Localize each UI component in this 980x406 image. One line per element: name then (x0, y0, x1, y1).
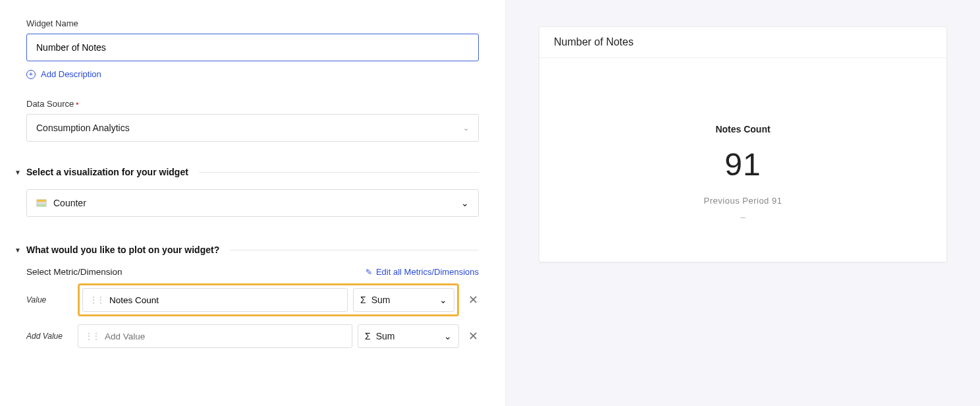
edit-all-metrics-button[interactable]: ✎ Edit all Metrics/Dimensions (366, 267, 479, 277)
data-source-select[interactable]: Consumption Analytics ⌄ (26, 114, 479, 142)
chevron-down-icon: ⌄ (444, 331, 452, 341)
preview-body: Notes Count 91 Previous Period 91 – (539, 58, 946, 262)
visualization-value: Counter (53, 198, 454, 208)
preview-pane: Number of Notes Notes Count 91 Previous … (506, 0, 980, 406)
divider (230, 250, 479, 250)
metric-value-input[interactable] (105, 332, 345, 341)
visualization-section-toggle[interactable]: ▼ Select a visualization for your widget (26, 167, 479, 177)
caret-down-icon: ▼ (14, 169, 22, 176)
counter-icon (36, 199, 47, 207)
caret-down-icon: ▼ (14, 246, 22, 254)
widget-name-input[interactable] (26, 34, 479, 61)
divider (199, 172, 479, 173)
aggregation-select[interactable]: Σ Sum ⌄ (353, 288, 454, 312)
add-description-label: Add Description (41, 69, 101, 79)
trend-indicator: – (553, 212, 933, 222)
widget-name-label: Widget Name (26, 18, 479, 28)
preview-card: Number of Notes Notes Count 91 Previous … (539, 26, 947, 262)
metric-row-label: Add Value (26, 332, 70, 341)
sigma-icon: Σ (365, 331, 371, 341)
metric-row-wrap: ⋮⋮ Σ Sum ⌄ (78, 324, 459, 348)
chevron-down-icon: ⌄ (439, 295, 447, 305)
drag-handle-icon[interactable]: ⋮⋮ (85, 332, 99, 341)
counter-title: Notes Count (553, 124, 933, 134)
metric-row-highlight: ⋮⋮ Σ Sum ⌄ (78, 283, 459, 316)
plot-section-toggle[interactable]: ▼ What would you like to plot on your wi… (26, 245, 479, 255)
aggregation-select[interactable]: Σ Sum ⌄ (358, 324, 459, 348)
preview-title: Number of Notes (539, 27, 946, 58)
metric-row: Value ⋮⋮ Σ Sum ⌄ ✕ (26, 283, 479, 316)
plot-section-title: What would you like to plot on your widg… (26, 245, 219, 255)
aggregation-value: Sum (376, 331, 395, 341)
counter-value: 91 (553, 146, 933, 183)
data-source-label: Data Source• (26, 99, 479, 109)
metric-value-input-wrap[interactable]: ⋮⋮ (82, 288, 348, 312)
visualization-section-title: Select a visualization for your widget (26, 167, 188, 177)
plus-circle-icon: + (26, 70, 36, 79)
metric-row: Add Value ⋮⋮ Σ Sum ⌄ ✕ (26, 324, 479, 348)
metric-value-input-wrap[interactable]: ⋮⋮ (78, 324, 352, 348)
previous-period-label: Previous Period 91 (553, 196, 933, 206)
remove-row-button[interactable]: ✕ (467, 329, 479, 343)
aggregation-value: Sum (371, 295, 391, 305)
data-source-value: Consumption Analytics (36, 123, 130, 133)
add-description-button[interactable]: + Add Description (26, 69, 479, 79)
pencil-icon: ✎ (366, 268, 372, 277)
config-form: Widget Name + Add Description Data Sourc… (0, 0, 506, 406)
select-metric-label: Select Metric/Dimension (26, 267, 122, 277)
required-indicator-icon: • (76, 100, 78, 109)
chevron-down-icon: ⌄ (461, 198, 469, 208)
chevron-down-icon: ⌄ (463, 124, 469, 132)
edit-all-metrics-label: Edit all Metrics/Dimensions (376, 267, 479, 277)
metric-row-label: Value (26, 295, 70, 304)
sigma-icon: Σ (360, 295, 366, 305)
visualization-select[interactable]: Counter ⌄ (26, 189, 479, 217)
remove-row-button[interactable]: ✕ (467, 293, 479, 307)
drag-handle-icon[interactable]: ⋮⋮ (90, 295, 104, 304)
metric-value-input[interactable] (109, 295, 340, 305)
